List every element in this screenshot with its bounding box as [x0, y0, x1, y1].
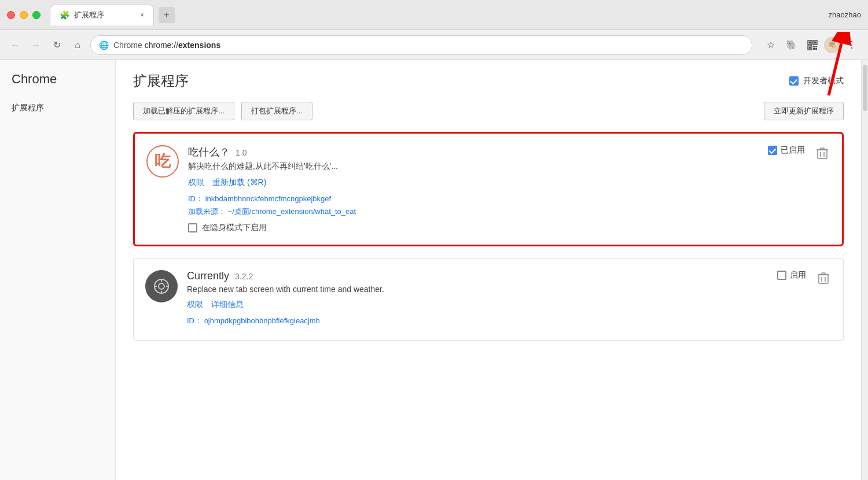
- incognito-checkbox-chi[interactable]: [188, 223, 197, 232]
- sidebar-item-extensions[interactable]: 扩展程序: [0, 98, 115, 118]
- id-value-currently: ojhmpdkpgbibohbnpbfiefkgieacjmh: [204, 316, 320, 325]
- delete-button-chi[interactable]: [814, 145, 830, 161]
- extension-links-chi: 权限 重新加载 (⌘R): [188, 178, 759, 188]
- extension-name-currently: Currently: [187, 270, 229, 282]
- refresh-button[interactable]: ↻: [49, 37, 65, 53]
- enabled-checkbox-currently[interactable]: [777, 271, 786, 280]
- incognito-label-chi: 在隐身模式下启用: [202, 223, 267, 233]
- back-button[interactable]: ←: [7, 37, 23, 53]
- svg-rect-25: [819, 275, 828, 283]
- source-label-chi: 加载来源：: [188, 207, 226, 216]
- qr-icon: [807, 39, 818, 51]
- sidebar: Chrome 扩展程序: [0, 60, 116, 480]
- enabled-label-chi: 已启用: [781, 145, 805, 156]
- minimize-window-button[interactable]: [20, 11, 28, 19]
- extension-desc-chi: 解决吃什么的难题,从此不再纠结'吃什么'...: [188, 161, 759, 172]
- tab-close-button[interactable]: ×: [140, 11, 144, 19]
- tab-favicon-icon: 🧩: [60, 10, 69, 20]
- extension-icon-chi: 吃: [146, 145, 179, 178]
- site-name-part: Chrome: [113, 40, 142, 50]
- extension-title-row-currently: Currently 3.2.2: [187, 270, 768, 282]
- extension-version-currently: 3.2.2: [235, 272, 253, 281]
- svg-rect-8: [813, 48, 815, 50]
- extension-desc-currently: Replace new tab screen with current time…: [187, 285, 768, 294]
- tab-title: 扩展程序: [74, 10, 104, 20]
- scrollbar-thumb[interactable]: [863, 65, 867, 111]
- extension-controls-chi: 已启用: [768, 145, 830, 233]
- svg-point-20: [159, 283, 164, 289]
- extension-version-chi: 1.0: [236, 148, 247, 157]
- enabled-checkbox-chi[interactable]: [768, 146, 777, 155]
- extension-id-chi: ID： inkbdambhnnckfehmcfmcngpkejbkgef: [188, 194, 759, 204]
- address-text: Chrome chrome://extensions: [113, 40, 220, 50]
- enabled-row-chi: 已启用: [768, 145, 805, 156]
- svg-rect-12: [818, 150, 827, 158]
- active-tab[interactable]: 🧩 扩展程序 ×: [50, 5, 154, 25]
- id-label-chi: ID：: [188, 194, 203, 203]
- trash-icon-currently: [818, 272, 829, 285]
- main-layout: Chrome 扩展程序 扩展程序 开发者模式 加载已解压的扩展程序... 打包扩…: [0, 60, 868, 480]
- extension-info-currently: Currently 3.2.2 Replace new tab screen w…: [187, 270, 768, 328]
- traffic-lights: [7, 11, 41, 19]
- extension-id-currently: ID： ojhmpdkpgbibohbnpbfiefkgieacjmh: [187, 316, 768, 326]
- extension-controls-currently: 启用: [777, 270, 832, 328]
- user-avatar-button[interactable]: 吃: [824, 37, 840, 53]
- extension-permissions-link-currently[interactable]: 权限: [187, 300, 203, 310]
- forward-button[interactable]: →: [28, 37, 44, 53]
- extension-card-chi: 吃 吃什么？ 1.0 解决吃什么的难题,从此不再纠结'吃什么'... 权限 重新…: [133, 132, 844, 246]
- extension-reload-link-chi[interactable]: 重新加载 (⌘R): [212, 178, 266, 188]
- svg-rect-1: [809, 41, 811, 43]
- maximize-window-button[interactable]: [32, 11, 41, 19]
- content-area: 扩展程序 开发者模式 加载已解压的扩展程序... 打包扩展程序... 立即更新扩…: [116, 60, 861, 480]
- source-path-chi: ~/桌面/chrome_extension/what_to_eat: [228, 207, 356, 216]
- svg-rect-3: [814, 41, 816, 43]
- scrollbar[interactable]: [861, 60, 868, 480]
- nav-bar: ← → ↻ ⌂ 🌐 Chrome chrome://extensions ☆ 🐘: [0, 30, 868, 60]
- svg-rect-9: [815, 48, 817, 50]
- extension-inner-chi: 吃 吃什么？ 1.0 解决吃什么的难题,从此不再纠结'吃什么'... 权限 重新…: [146, 145, 830, 233]
- toolbar: 加载已解压的扩展程序... 打包扩展程序... 立即更新扩展程序: [133, 102, 844, 120]
- bookmark-button[interactable]: ☆: [762, 36, 780, 54]
- id-value-chi: inkbdambhnnckfehmcfmcngpkejbkgef: [205, 194, 332, 203]
- extension-card-currently: Currently 3.2.2 Replace new tab screen w…: [133, 258, 844, 341]
- currently-icon-svg: [152, 277, 171, 296]
- qr-button[interactable]: [803, 36, 822, 54]
- update-now-button[interactable]: 立即更新扩展程序: [764, 102, 844, 120]
- extension-info-chi: 吃什么？ 1.0 解决吃什么的难题,从此不再纠结'吃什么'... 权限 重新加载…: [188, 145, 759, 233]
- sidebar-title: Chrome: [0, 72, 115, 98]
- pack-extension-button[interactable]: 打包扩展程序...: [241, 102, 312, 120]
- extension-details-link-currently[interactable]: 详细信息: [211, 300, 244, 310]
- more-menu-button[interactable]: ⋮: [843, 36, 861, 54]
- extension-icon-currently: [145, 270, 178, 302]
- extension-name-chi: 吃什么？: [188, 145, 230, 159]
- trash-icon-chi: [816, 147, 828, 160]
- svg-rect-6: [813, 46, 815, 47]
- close-window-button[interactable]: [7, 11, 15, 19]
- new-tab-button[interactable]: +: [159, 7, 175, 23]
- extension-permissions-link-chi[interactable]: 权限: [188, 178, 204, 188]
- svg-rect-5: [809, 46, 811, 49]
- svg-rect-7: [815, 46, 817, 47]
- dev-mode-checkbox[interactable]: [789, 76, 799, 86]
- dev-mode-label: 开发者模式: [803, 76, 844, 86]
- url-path: extensions: [178, 40, 220, 50]
- extension-inner-currently: Currently 3.2.2 Replace new tab screen w…: [145, 270, 832, 328]
- id-label-currently: ID：: [187, 316, 202, 325]
- url-prefix: chrome://: [145, 40, 178, 50]
- username-label: zhaozhao: [829, 10, 861, 19]
- evernote-button[interactable]: 🐘: [782, 36, 801, 54]
- nav-actions: ☆ 🐘 吃 ⋮: [762, 36, 861, 54]
- extension-incognito-chi: 在隐身模式下启用: [188, 223, 759, 233]
- extension-links-currently: 权限 详细信息: [187, 300, 768, 310]
- home-button[interactable]: ⌂: [69, 37, 86, 53]
- enabled-label-currently: 启用: [790, 270, 806, 280]
- content-header: 扩展程序 开发者模式: [133, 72, 844, 90]
- currently-icon: [145, 270, 178, 302]
- address-bar[interactable]: 🌐 Chrome chrome://extensions: [90, 35, 752, 55]
- extension-title-row-chi: 吃什么？ 1.0: [188, 145, 759, 159]
- delete-button-currently[interactable]: [815, 270, 832, 286]
- tab-bar: 🧩 扩展程序 × +: [50, 5, 829, 25]
- load-unpacked-button[interactable]: 加载已解压的扩展程序...: [133, 102, 234, 120]
- dev-mode-wrap: 开发者模式: [789, 76, 844, 86]
- site-security-icon: 🌐: [99, 40, 109, 50]
